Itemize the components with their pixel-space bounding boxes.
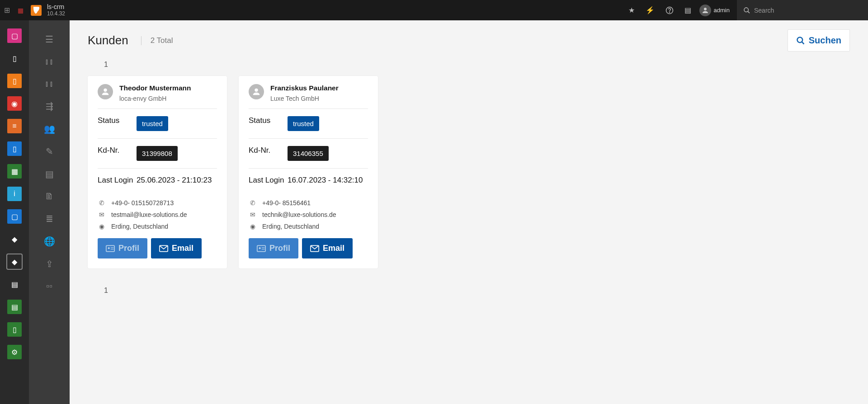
svg-rect-14: [257, 245, 265, 251]
pager-bottom: 1: [104, 287, 850, 295]
rail-doc-icon[interactable]: 🗎: [45, 191, 54, 202]
customer-company: Luxe Tech GmbH: [270, 95, 339, 102]
profil-button[interactable]: Profil: [249, 238, 298, 258]
module-list[interactable]: ▯: [7, 74, 22, 88]
location-icon: ◉: [98, 223, 106, 230]
module-dash[interactable]: ▦: [7, 164, 22, 179]
svg-point-7: [104, 89, 107, 92]
envelope-icon: [159, 245, 168, 252]
pager-top: 1: [104, 61, 850, 69]
topbar: ⊞ ▦ ls-crm 10.4.32 ★ ⚡ ▤ admin: [0, 0, 868, 20]
module-web[interactable]: ▢: [7, 28, 22, 43]
customer-avatar-icon: [98, 84, 113, 99]
module-green1[interactable]: ▤: [7, 300, 22, 314]
customer-name: Theodor Mustermann: [119, 84, 191, 92]
id-card-icon: [106, 245, 115, 252]
module-func[interactable]: ▯: [7, 141, 22, 156]
page-title: Kunden: [88, 33, 128, 47]
current-user[interactable]: admin: [714, 7, 730, 14]
status-badge: trusted: [288, 116, 319, 131]
kdnr-label: Kd-Nr.: [98, 146, 137, 155]
module-view[interactable]: ◉: [7, 96, 22, 111]
mail-icon: ✉: [249, 211, 257, 218]
rail-menu-icon[interactable]: ☰: [45, 34, 53, 45]
rail-sign-icon[interactable]: ✎: [46, 146, 53, 157]
kdnr-label: Kd-Nr.: [249, 146, 288, 155]
customer-company: loca-envy GmbH: [119, 95, 191, 102]
bookmark-icon[interactable]: ★: [623, 6, 640, 14]
module-template[interactable]: ▢: [7, 209, 22, 224]
customer-cards: Theodor Mustermann loca-envy GmbH Status…: [88, 76, 850, 268]
rail-users-icon[interactable]: 👥: [44, 123, 55, 134]
svg-line-4: [748, 11, 750, 13]
profil-button[interactable]: Profil: [98, 238, 147, 258]
rail-stack-icon[interactable]: ≣: [46, 213, 53, 224]
customer-location: ◉Erding, Deutschland: [249, 223, 368, 230]
module-green2[interactable]: ▯: [7, 322, 22, 337]
svg-point-15: [259, 247, 261, 249]
module-page-icon[interactable]: ▯: [7, 51, 22, 66]
svg-point-2: [704, 8, 707, 10]
customer-name: Franziskus Paulaner: [270, 84, 339, 92]
rail-clipboard-icon[interactable]: ▤: [45, 169, 54, 179]
rail-chart2-icon[interactable]: ⫾⫾: [45, 79, 54, 89]
user-avatar-icon[interactable]: [699, 5, 711, 16]
cache-clear-icon[interactable]: ▦: [14, 7, 27, 14]
id-card-icon: [257, 245, 266, 252]
apps-grid-icon[interactable]: ⊞: [0, 6, 14, 14]
customer-avatar-icon: [249, 84, 264, 99]
customer-card: Franziskus Paulaner Luxe Tech GmbH Statu…: [239, 76, 378, 268]
status-badge: trusted: [137, 116, 168, 131]
module-info[interactable]: ≡: [7, 119, 22, 133]
svg-point-1: [669, 12, 670, 12]
lastlogin-label: Last Login: [249, 176, 288, 185]
module-crm-icon[interactable]: ◆: [7, 254, 22, 269]
customer-email: ✉technik@luxe-solutions.de: [249, 211, 368, 218]
svg-rect-11: [111, 249, 114, 249]
customer-email: ✉testmail@luxe-solutions.de: [98, 211, 217, 218]
svg-point-5: [797, 37, 802, 42]
search-button[interactable]: Suchen: [788, 29, 850, 52]
customer-phone: ✆+49-0- 85156461: [249, 199, 368, 207]
module-news-icon[interactable]: ▤: [7, 277, 22, 291]
customer-phone: ✆+49-0- 015150728713: [98, 199, 217, 207]
main-content: Kunden 2 Total Suchen 1 Theodor Musterma…: [70, 20, 868, 404]
rail-chart1-icon[interactable]: ⫾⫾: [45, 56, 54, 67]
lastlogin-label: Last Login: [98, 176, 137, 185]
svg-point-13: [255, 89, 258, 92]
phone-icon: ✆: [249, 199, 257, 207]
typo3-logo-icon[interactable]: [31, 5, 42, 16]
svg-rect-17: [262, 249, 265, 249]
rail-upload-icon[interactable]: ⇪: [46, 258, 53, 269]
kdnr-badge: 31406355: [288, 146, 329, 161]
email-button[interactable]: Email: [302, 238, 353, 258]
flash-icon[interactable]: ⚡: [640, 6, 660, 14]
phone-icon: ✆: [98, 199, 106, 207]
lastlogin-value: 16.07.2023 - 14:32:10: [288, 176, 368, 185]
rail-globe-icon[interactable]: 🌐: [44, 236, 55, 247]
cards-icon[interactable]: ▤: [679, 6, 697, 14]
kdnr-badge: 31399808: [137, 146, 178, 161]
rail-flow-icon[interactable]: ⇶: [46, 101, 53, 112]
module-ext-icon[interactable]: ◆: [7, 232, 22, 246]
module-infobox[interactable]: i: [7, 187, 22, 201]
global-search-input[interactable]: [754, 7, 844, 14]
app-name-block: ls-crm 10.4.32: [47, 4, 65, 17]
email-button[interactable]: Email: [151, 238, 202, 258]
help-icon[interactable]: [660, 6, 679, 14]
svg-point-3: [744, 8, 748, 12]
search-button-label: Suchen: [809, 35, 841, 46]
envelope-icon: [310, 245, 319, 252]
global-search[interactable]: [737, 0, 868, 20]
search-icon: [796, 36, 805, 45]
svg-point-9: [108, 247, 110, 249]
status-label: Status: [98, 116, 137, 125]
status-label: Status: [249, 116, 288, 125]
page-total: 2 Total: [141, 36, 173, 45]
customer-location: ◉Erding, Deutschland: [98, 223, 217, 230]
module-settings-icon[interactable]: ⚙: [7, 345, 22, 359]
search-icon: [743, 7, 750, 14]
rail-grid-icon[interactable]: ▫▫: [46, 281, 52, 291]
svg-rect-10: [111, 247, 114, 248]
svg-line-6: [802, 42, 804, 44]
